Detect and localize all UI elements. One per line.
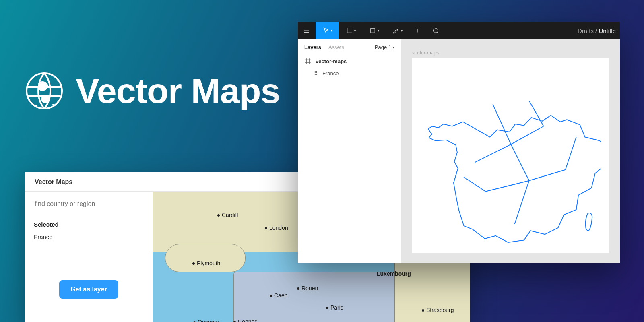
france-vector[interactable] [420, 66, 602, 245]
design-tool-window: ▾ ▾ ▾ ▾ Drafts / Untitle Layers Assets [298, 22, 620, 263]
comment-tool-button[interactable] [427, 22, 444, 39]
svg-point-2 [35, 105, 37, 106]
breadcrumb[interactable]: Drafts / Untitle [578, 27, 620, 34]
hero: Vector Maps [24, 70, 280, 111]
text-icon [414, 27, 421, 34]
city-label: Luxembourg [377, 270, 411, 277]
hamburger-icon [303, 27, 310, 34]
get-as-layer-button[interactable]: Get as layer [59, 280, 118, 299]
frame-label: vector-maps [412, 50, 609, 56]
svg-rect-3 [370, 29, 375, 33]
city-label: Cardiff [217, 212, 238, 218]
move-tool-button[interactable]: ▾ [316, 22, 339, 39]
tab-assets[interactable]: Assets [328, 44, 344, 50]
city-label: Paris [326, 304, 343, 311]
chevron-down-icon: ▾ [393, 45, 395, 50]
toolbar: ▾ ▾ ▾ ▾ Drafts / Untitle [298, 22, 620, 39]
text-tool-button[interactable] [409, 22, 427, 39]
chevron-down-icon: ▾ [331, 29, 332, 33]
frame-icon [304, 58, 312, 65]
pen-icon [392, 27, 400, 34]
frame-tool-button[interactable]: ▾ [339, 22, 362, 39]
svg-point-0 [27, 73, 62, 109]
chevron-down-icon: ▾ [401, 29, 402, 33]
selected-heading: Selected [34, 221, 144, 228]
city-label: Caen [270, 292, 287, 299]
country-label: France [322, 320, 351, 322]
canvas-frame[interactable] [412, 58, 609, 253]
page-selector[interactable]: Page 1▾ [375, 44, 395, 50]
city-label: Quimper [193, 319, 219, 322]
city-label: Plymouth [192, 260, 220, 266]
hero-title: Vector Maps [76, 70, 280, 111]
tab-layers[interactable]: Layers [304, 44, 321, 50]
city-label: Rouen [297, 285, 318, 291]
globe-icon [24, 71, 64, 111]
search-input[interactable] [34, 197, 138, 212]
group-icon: ⠿ [314, 70, 318, 76]
cursor-icon [322, 27, 330, 34]
city-label: London [265, 225, 288, 231]
layer-label: France [322, 70, 339, 76]
layer-label: vector-maps [316, 58, 347, 64]
city-label: Strasbourg [422, 307, 454, 313]
chevron-down-icon: ▾ [354, 29, 356, 33]
plugin-sidebar: Selected France Get as layer [25, 192, 153, 322]
selected-value[interactable]: France [34, 233, 144, 240]
svg-point-1 [52, 104, 54, 105]
hamburger-menu-button[interactable] [298, 22, 316, 39]
layers-panel: Layers Assets Page 1▾ vector-maps ⠿ Fran… [298, 39, 402, 263]
shape-tool-button[interactable]: ▾ [362, 22, 386, 39]
comment-icon [432, 27, 439, 34]
square-icon [369, 27, 376, 34]
layer-row-frame[interactable]: vector-maps [304, 58, 395, 65]
chevron-down-icon: ▾ [378, 29, 379, 33]
canvas-area[interactable]: vector-maps [402, 39, 620, 263]
breadcrumb-current[interactable]: Untitle [599, 27, 616, 34]
pen-tool-button[interactable]: ▾ [386, 22, 409, 39]
layer-row-group[interactable]: ⠿ France [314, 70, 395, 76]
frame-icon [346, 27, 353, 34]
workspace: Layers Assets Page 1▾ vector-maps ⠿ Fran… [298, 39, 620, 263]
breadcrumb-parent[interactable]: Drafts [578, 27, 594, 34]
city-label: Rennes [233, 318, 257, 322]
